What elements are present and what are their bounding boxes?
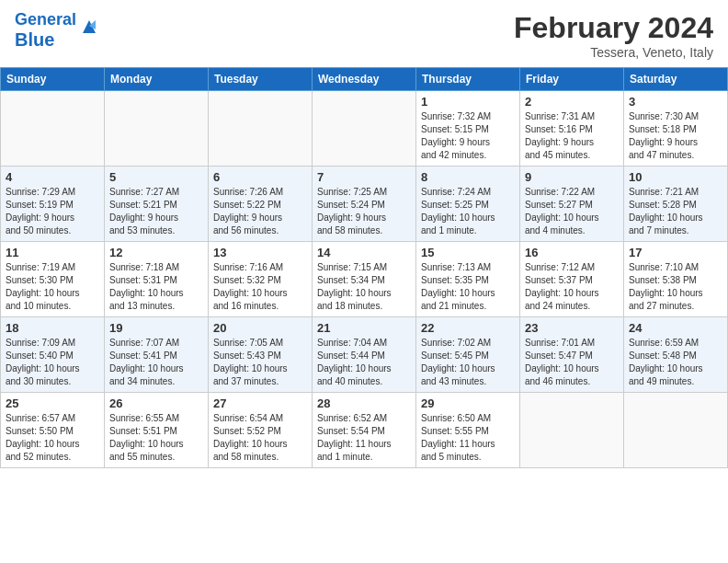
day-number: 5 (109, 170, 203, 184)
day-number: 27 (213, 396, 307, 410)
day-number: 20 (213, 321, 307, 335)
calendar-week-2: 4Sunrise: 7:29 AM Sunset: 5:19 PM Daylig… (1, 167, 728, 242)
calendar-week-1: 1Sunrise: 7:32 AM Sunset: 5:15 PM Daylig… (1, 91, 728, 167)
calendar-header-sunday: Sunday (1, 68, 105, 91)
day-info: Sunrise: 7:13 AM Sunset: 5:35 PM Dayligh… (421, 261, 515, 313)
day-number: 13 (213, 246, 307, 259)
day-info: Sunrise: 7:05 AM Sunset: 5:43 PM Dayligh… (213, 337, 307, 388)
header: General Blue February 2024 Tessera, Vene… (0, 0, 728, 67)
day-number: 16 (525, 246, 619, 259)
logo-text: General Blue (15, 11, 76, 51)
title-area: February 2024 Tessera, Veneto, Italy (514, 11, 713, 60)
calendar-cell: 22Sunrise: 7:02 AM Sunset: 5:45 PM Dayli… (416, 317, 520, 393)
day-info: Sunrise: 7:18 AM Sunset: 5:31 PM Dayligh… (109, 261, 203, 313)
calendar-week-4: 18Sunrise: 7:09 AM Sunset: 5:40 PM Dayli… (1, 317, 728, 393)
day-number: 15 (421, 246, 515, 259)
day-number: 6 (213, 170, 307, 184)
day-info: Sunrise: 7:32 AM Sunset: 5:15 PM Dayligh… (421, 110, 515, 162)
calendar-cell (313, 91, 416, 167)
day-number: 25 (6, 396, 99, 410)
day-number: 3 (629, 95, 722, 109)
day-info: Sunrise: 6:55 AM Sunset: 5:51 PM Dayligh… (109, 412, 203, 464)
day-info: Sunrise: 6:54 AM Sunset: 5:52 PM Dayligh… (213, 412, 307, 464)
page-container: General Blue February 2024 Tessera, Vene… (0, 0, 728, 468)
calendar-cell: 5Sunrise: 7:27 AM Sunset: 5:21 PM Daylig… (105, 167, 209, 242)
calendar-cell: 17Sunrise: 7:10 AM Sunset: 5:38 PM Dayli… (624, 242, 728, 317)
day-number: 21 (317, 321, 411, 335)
calendar-cell: 2Sunrise: 7:31 AM Sunset: 5:16 PM Daylig… (520, 91, 624, 167)
day-number: 17 (629, 246, 722, 259)
calendar-cell: 29Sunrise: 6:50 AM Sunset: 5:55 PM Dayli… (416, 393, 520, 468)
day-number: 4 (6, 170, 99, 184)
day-number: 11 (6, 246, 99, 259)
calendar-header-saturday: Saturday (624, 68, 728, 91)
day-info: Sunrise: 7:31 AM Sunset: 5:16 PM Dayligh… (525, 110, 619, 162)
calendar-cell: 15Sunrise: 7:13 AM Sunset: 5:35 PM Dayli… (416, 242, 520, 317)
day-info: Sunrise: 7:16 AM Sunset: 5:32 PM Dayligh… (213, 261, 307, 313)
calendar-cell (624, 393, 728, 468)
calendar-cell: 7Sunrise: 7:25 AM Sunset: 5:24 PM Daylig… (313, 167, 416, 242)
day-number: 2 (525, 95, 619, 109)
day-number: 22 (421, 321, 515, 335)
calendar-cell: 23Sunrise: 7:01 AM Sunset: 5:47 PM Dayli… (520, 317, 624, 393)
calendar-header-monday: Monday (105, 68, 209, 91)
calendar-cell (209, 91, 313, 167)
calendar-header-thursday: Thursday (416, 68, 520, 91)
day-info: Sunrise: 6:50 AM Sunset: 5:55 PM Dayligh… (421, 412, 515, 464)
calendar-cell: 28Sunrise: 6:52 AM Sunset: 5:54 PM Dayli… (313, 393, 416, 468)
subtitle: Tessera, Veneto, Italy (514, 45, 713, 60)
calendar-cell: 4Sunrise: 7:29 AM Sunset: 5:19 PM Daylig… (1, 167, 105, 242)
day-info: Sunrise: 7:27 AM Sunset: 5:21 PM Dayligh… (109, 186, 203, 237)
day-info: Sunrise: 7:30 AM Sunset: 5:18 PM Dayligh… (629, 110, 722, 162)
logo-icon (79, 17, 99, 37)
day-number: 18 (6, 321, 99, 335)
day-number: 1 (421, 95, 515, 109)
calendar-cell (105, 91, 209, 167)
calendar-cell: 21Sunrise: 7:04 AM Sunset: 5:44 PM Dayli… (313, 317, 416, 393)
day-info: Sunrise: 7:21 AM Sunset: 5:28 PM Dayligh… (629, 186, 722, 237)
calendar-header-wednesday: Wednesday (313, 68, 416, 91)
calendar-cell (1, 91, 105, 167)
day-number: 24 (629, 321, 722, 335)
calendar-cell: 20Sunrise: 7:05 AM Sunset: 5:43 PM Dayli… (209, 317, 313, 393)
day-info: Sunrise: 7:07 AM Sunset: 5:41 PM Dayligh… (109, 337, 203, 388)
calendar-week-5: 25Sunrise: 6:57 AM Sunset: 5:50 PM Dayli… (1, 393, 728, 468)
day-number: 7 (317, 170, 411, 184)
logo-blue: Blue (15, 29, 54, 50)
calendar-cell: 6Sunrise: 7:26 AM Sunset: 5:22 PM Daylig… (209, 167, 313, 242)
calendar-table: SundayMondayTuesdayWednesdayThursdayFrid… (0, 67, 728, 468)
day-number: 23 (525, 321, 619, 335)
day-info: Sunrise: 7:29 AM Sunset: 5:19 PM Dayligh… (6, 186, 99, 237)
day-number: 10 (629, 170, 722, 184)
calendar-week-3: 11Sunrise: 7:19 AM Sunset: 5:30 PM Dayli… (1, 242, 728, 317)
day-number: 19 (109, 321, 203, 335)
calendar-cell: 10Sunrise: 7:21 AM Sunset: 5:28 PM Dayli… (624, 167, 728, 242)
day-info: Sunrise: 6:57 AM Sunset: 5:50 PM Dayligh… (6, 412, 99, 464)
calendar-cell: 27Sunrise: 6:54 AM Sunset: 5:52 PM Dayli… (209, 393, 313, 468)
calendar-cell: 24Sunrise: 6:59 AM Sunset: 5:48 PM Dayli… (624, 317, 728, 393)
calendar-cell: 18Sunrise: 7:09 AM Sunset: 5:40 PM Dayli… (1, 317, 105, 393)
calendar-cell: 9Sunrise: 7:22 AM Sunset: 5:27 PM Daylig… (520, 167, 624, 242)
day-number: 26 (109, 396, 203, 410)
day-number: 9 (525, 170, 619, 184)
calendar-cell: 14Sunrise: 7:15 AM Sunset: 5:34 PM Dayli… (313, 242, 416, 317)
calendar-cell: 1Sunrise: 7:32 AM Sunset: 5:15 PM Daylig… (416, 91, 520, 167)
month-title: February 2024 (514, 11, 713, 45)
day-info: Sunrise: 6:52 AM Sunset: 5:54 PM Dayligh… (317, 412, 411, 464)
calendar-cell: 3Sunrise: 7:30 AM Sunset: 5:18 PM Daylig… (624, 91, 728, 167)
calendar-header-row: SundayMondayTuesdayWednesdayThursdayFrid… (1, 68, 728, 91)
calendar-cell: 25Sunrise: 6:57 AM Sunset: 5:50 PM Dayli… (1, 393, 105, 468)
day-info: Sunrise: 7:02 AM Sunset: 5:45 PM Dayligh… (421, 337, 515, 388)
day-info: Sunrise: 7:26 AM Sunset: 5:22 PM Dayligh… (213, 186, 307, 237)
calendar-cell: 13Sunrise: 7:16 AM Sunset: 5:32 PM Dayli… (209, 242, 313, 317)
day-number: 14 (317, 246, 411, 259)
day-info: Sunrise: 6:59 AM Sunset: 5:48 PM Dayligh… (629, 337, 722, 388)
calendar-cell: 11Sunrise: 7:19 AM Sunset: 5:30 PM Dayli… (1, 242, 105, 317)
day-info: Sunrise: 7:01 AM Sunset: 5:47 PM Dayligh… (525, 337, 619, 388)
day-number: 28 (317, 396, 411, 410)
day-info: Sunrise: 7:15 AM Sunset: 5:34 PM Dayligh… (317, 261, 411, 313)
day-info: Sunrise: 7:19 AM Sunset: 5:30 PM Dayligh… (6, 261, 99, 313)
day-number: 8 (421, 170, 515, 184)
calendar-cell: 8Sunrise: 7:24 AM Sunset: 5:25 PM Daylig… (416, 167, 520, 242)
calendar-cell: 16Sunrise: 7:12 AM Sunset: 5:37 PM Dayli… (520, 242, 624, 317)
